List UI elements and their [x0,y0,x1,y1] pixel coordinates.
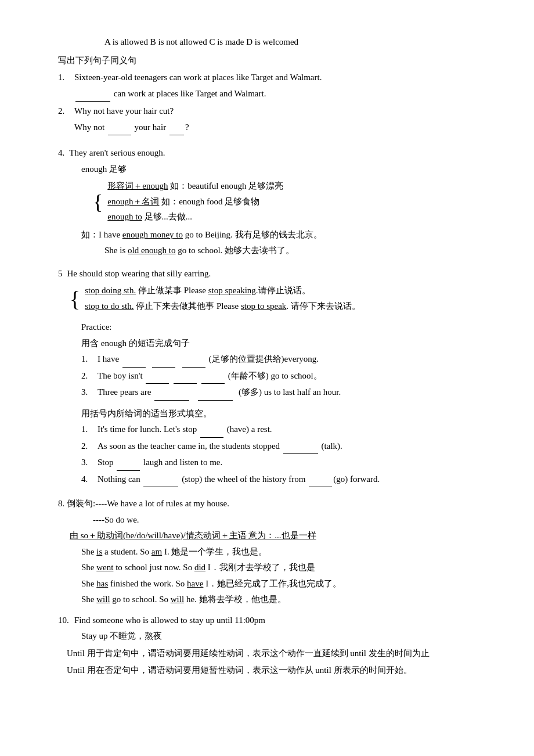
section8-ex4: She will go to school. So will he. 她将去学校… [81,592,488,607]
p2-3-blank [117,455,140,471]
item-1-num: 1. [58,70,74,103]
p1-content: I have (足够的位置提供给)everyong. [98,352,319,368]
section-8: 8. 倒装句:----We have a lot of rules at my … [58,496,488,607]
section10-num: 10. [58,613,74,628]
item-2-line1: Why not have your hair cut? [74,104,488,119]
p2-4-content: Nothing can (stop) the wheel of the hist… [98,472,380,488]
stop-brace-symbol: { [70,283,80,314]
section8-examples: She is a student. So am I. 她是一个学生，我也是。 S… [58,545,488,607]
p2-1-content: It's time for lunch. Let's stop (have) a… [98,422,272,438]
section4-enough-title: enough 足够 [58,162,488,177]
p2-num: 2. [81,369,98,384]
p3-content: Three pears are (够多) us to last half an … [98,385,341,401]
section8-title: 8. 倒装句:----We have a lot of rules at my … [58,496,488,512]
item-2-blank2 [169,120,184,136]
p2-4-blank2 [309,472,332,488]
practice-item-3: 3. Three pears are (够多) us to last half … [81,385,488,401]
item-1-line1: Sixteen-year-old teenagers can work at p… [74,70,488,85]
item-1-blank [75,87,110,102]
p2-2-content: As soon as the teacher came in, the stud… [98,439,342,455]
section10-sentence: Find someone who is allowed to stay up u… [74,613,265,628]
p2-2-blank [283,439,318,455]
section-5: 5He should stop wearing that silly earri… [58,267,488,315]
p1-blank2 [152,352,175,368]
p2-3-content: Stop laugh and listen to me. [98,455,222,471]
write-synonyms-section: 写出下列句子同义句 1. Sixteen-year-old teenagers … [58,53,488,137]
write-item-2: 2. Why not have your hair cut? Why not y… [58,104,488,136]
brace-content: 形容词＋enough 如：beautiful enough 足够漂亮 enoug… [107,179,283,225]
section8-rule: 由 so＋助动词(be/do/will/have)/情态动词＋主语 意为：...… [58,528,488,543]
practice2-item-3: 3. Stop laugh and listen to me. [81,455,488,471]
enough-brace-group: { 形容词＋enough 如：beautiful enough 足够漂亮 eno… [93,179,488,225]
item-1-content: Sixteen-year-old teenagers can work at p… [74,70,488,103]
section10-title-row: 10. Find someone who is allowed to stay … [58,613,488,628]
section4-example1: 如：I have enough money to go to Beijing. … [81,228,488,243]
practice2-item-2: 2. As soon as the teacher came in, the s… [81,439,488,455]
stop-brace-item-1: stop doing sth. 停止做某事 Please stop speaki… [85,283,360,298]
p3-blank1 [154,385,189,401]
section-10: 10. Find someone who is allowed to stay … [58,613,488,678]
p2-blank3 [201,369,225,384]
choices-text: A is allowed B is not allowed C is made … [104,37,298,46]
section8-ex2: She went to school just now. So did I．我刚… [81,560,488,575]
brace-item-2: enough＋名词 如：enough food 足够食物 [107,195,283,210]
item-1-line2: can work at places like Target and Walma… [74,87,488,102]
practice-item-2: 2. The boy isn't (年龄不够) go to school。 [81,369,488,384]
p2-blank2 [174,369,197,384]
practice-subtitle: 用含 enough 的短语完成句子 [81,336,488,351]
section8-ex3: She has finished the work. So have I．她已经… [81,577,488,592]
p1-blank1 [122,352,146,368]
write-synonyms-title: 写出下列句子同义句 [58,53,488,69]
practice2-section: 用括号内所给词的适当形式填空。 1. It's time for lunch. … [81,406,488,488]
stop-brace-item-2: stop to do sth. 停止下来去做其他事 Please stop to… [85,299,360,314]
write-item-1: 1. Sixteen-year-old teenagers can work a… [58,70,488,103]
practice2-item-1: 1. It's time for lunch. Let's stop (have… [81,422,488,438]
section8-subtitle: ----So do we. [58,513,488,528]
section4-example2: She is old enough to go to school. 她够大去读… [81,243,488,258]
practice-title: Practice: [81,320,488,335]
p2-4-num: 4. [81,472,98,488]
p1-blank3 [182,352,205,368]
practice2-item-4: 4. Nothing can (stop) the wheel of the h… [81,472,488,488]
stop-brace-content: stop doing sth. 停止做某事 Please stop speaki… [85,283,360,314]
p2-1-num: 1. [81,422,98,438]
brace-item-1: 形容词＋enough 如：beautiful enough 足够漂亮 [107,179,283,194]
section10-until-pos: Until 用于肯定句中，谓语动词要用延续性动词，表示这个动作一直延续到 unt… [58,646,488,661]
p3-blank2 [198,385,233,401]
section10-stay-up: Stay up 不睡觉，熬夜 [58,629,488,644]
section8-ex1: She is a student. So am I. 她是一个学生，我也是。 [81,545,488,560]
brace-item-3: enough to 足够...去做... [107,210,283,225]
p2-1-blank [200,422,223,438]
item-2-blank1 [108,120,131,136]
p3-num: 3. [81,385,98,401]
p1-num: 1. [81,352,98,368]
p2-content: The boy isn't (年龄不够) go to school。 [98,369,322,384]
p2-4-blank1 [143,472,178,488]
section4-sentence: 4.They aren't serious enough. [58,146,488,161]
practice2-subtitle: 用括号内所给词的适当形式填空。 [81,406,488,422]
p2-2-num: 2. [81,439,98,455]
item-2-num: 2. [58,104,74,136]
brace-symbol: { [93,179,103,225]
item-2-line2: Why not your hair ? [74,120,488,136]
practice-item-1: 1. I have (足够的位置提供给)everyong. [81,352,488,368]
section4-examples: 如：I have enough money to go to Beijing. … [58,228,488,258]
section-4: 4.They aren't serious enough. enough 足够 … [58,146,488,258]
header-choices: A is allowed B is not allowed C is made … [104,35,488,50]
stop-brace-group: { stop doing sth. 停止做某事 Please stop spea… [70,283,488,314]
section10-until-neg: Until 用在否定句中，谓语动词要用短暂性动词，表示这一动作从 until 所… [58,663,488,678]
item-2-content: Why not have your hair cut? Why not your… [74,104,488,136]
p2-3-num: 3. [81,455,98,471]
section5-sentence: 5He should stop wearing that silly earri… [58,267,488,282]
p2-blank1 [146,369,169,384]
practice-section: Practice: 用含 enough 的短语完成句子 1. I have (足… [81,320,488,401]
